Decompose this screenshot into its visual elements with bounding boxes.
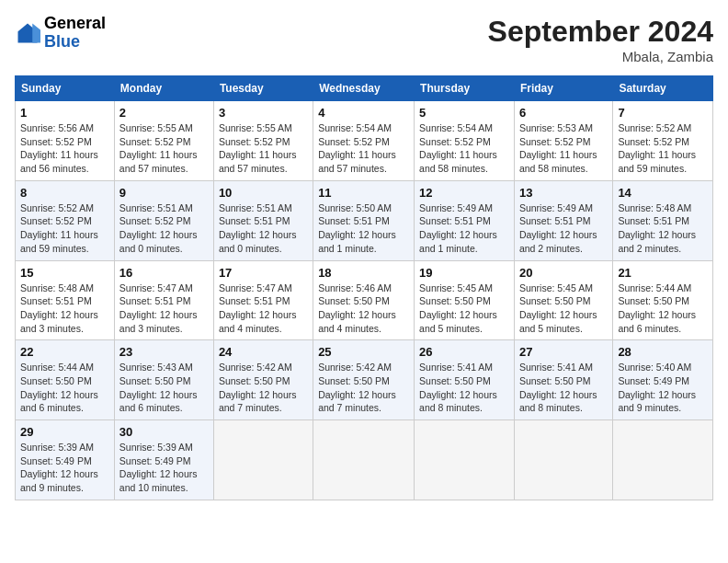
logo-blue: Blue	[44, 33, 106, 52]
day-info: Sunrise: 5:55 AM Sunset: 5:52 PM Dayligh…	[119, 121, 209, 176]
day-number: 24	[219, 345, 308, 359]
svg-marker-1	[32, 23, 40, 42]
col-tuesday: Tuesday	[213, 76, 313, 101]
day-number: 20	[519, 266, 608, 280]
col-wednesday: Wednesday	[313, 76, 415, 101]
day-info: Sunrise: 5:51 AM Sunset: 5:51 PM Dayligh…	[219, 201, 308, 256]
day-info: Sunrise: 5:46 AM Sunset: 5:50 PM Dayligh…	[318, 282, 409, 336]
day-info: Sunrise: 5:47 AM Sunset: 5:51 PM Dayligh…	[219, 282, 308, 336]
day-number: 19	[419, 266, 509, 280]
day-number: 26	[419, 345, 509, 359]
table-row: 12 Sunrise: 5:49 AM Sunset: 5:51 PM Dayl…	[415, 180, 515, 260]
table-row: 27 Sunrise: 5:41 AM Sunset: 5:50 PM Dayl…	[514, 340, 612, 420]
calendar-header-row: Sunday Monday Tuesday Wednesday Thursday…	[16, 76, 713, 101]
table-row: 28 Sunrise: 5:40 AM Sunset: 5:49 PM Dayl…	[613, 340, 713, 420]
table-row: 13 Sunrise: 5:49 AM Sunset: 5:51 PM Dayl…	[514, 180, 612, 260]
day-number: 30	[119, 425, 209, 439]
day-info: Sunrise: 5:52 AM Sunset: 5:52 PM Dayligh…	[20, 201, 109, 256]
day-number: 18	[318, 266, 409, 280]
day-number: 13	[519, 186, 608, 200]
day-number: 16	[119, 266, 209, 280]
day-info: Sunrise: 5:43 AM Sunset: 5:50 PM Dayligh…	[119, 361, 209, 415]
table-row: 17 Sunrise: 5:47 AM Sunset: 5:51 PM Dayl…	[213, 260, 313, 340]
table-row: 25 Sunrise: 5:42 AM Sunset: 5:50 PM Dayl…	[313, 340, 415, 420]
table-row: 14 Sunrise: 5:48 AM Sunset: 5:51 PM Dayl…	[613, 180, 713, 260]
day-number: 1	[20, 106, 109, 120]
day-number: 25	[318, 345, 409, 359]
day-number: 15	[20, 266, 109, 280]
calendar-row: 29 Sunrise: 5:39 AM Sunset: 5:49 PM Dayl…	[16, 420, 713, 500]
day-info: Sunrise: 5:42 AM Sunset: 5:50 PM Dayligh…	[219, 361, 308, 415]
table-row: 19 Sunrise: 5:45 AM Sunset: 5:50 PM Dayl…	[415, 260, 515, 340]
day-info: Sunrise: 5:55 AM Sunset: 5:52 PM Dayligh…	[219, 121, 308, 176]
table-row	[213, 420, 313, 500]
month-year: September 2024	[488, 15, 713, 49]
table-row: 26 Sunrise: 5:41 AM Sunset: 5:50 PM Dayl…	[415, 340, 515, 420]
table-row: 7 Sunrise: 5:52 AM Sunset: 5:52 PM Dayli…	[613, 101, 713, 181]
table-row: 11 Sunrise: 5:50 AM Sunset: 5:51 PM Dayl…	[313, 180, 415, 260]
day-number: 3	[219, 106, 308, 120]
day-number: 8	[20, 186, 109, 200]
day-info: Sunrise: 5:52 AM Sunset: 5:52 PM Dayligh…	[618, 121, 708, 176]
day-info: Sunrise: 5:51 AM Sunset: 5:52 PM Dayligh…	[119, 201, 209, 256]
day-info: Sunrise: 5:50 AM Sunset: 5:51 PM Dayligh…	[318, 201, 409, 256]
table-row: 9 Sunrise: 5:51 AM Sunset: 5:52 PM Dayli…	[114, 180, 213, 260]
day-number: 2	[119, 106, 209, 120]
col-saturday: Saturday	[613, 76, 713, 101]
title-section: September 2024 Mbala, Zambia	[488, 15, 713, 64]
col-friday: Friday	[514, 76, 612, 101]
day-info: Sunrise: 5:39 AM Sunset: 5:49 PM Dayligh…	[20, 441, 109, 495]
col-thursday: Thursday	[415, 76, 515, 101]
day-number: 5	[419, 106, 509, 120]
logo: General Blue	[15, 15, 106, 52]
table-row	[613, 420, 713, 500]
day-info: Sunrise: 5:53 AM Sunset: 5:52 PM Dayligh…	[519, 121, 608, 176]
day-number: 10	[219, 186, 308, 200]
table-row: 21 Sunrise: 5:44 AM Sunset: 5:50 PM Dayl…	[613, 260, 713, 340]
day-info: Sunrise: 5:45 AM Sunset: 5:50 PM Dayligh…	[519, 282, 608, 336]
table-row: 22 Sunrise: 5:44 AM Sunset: 5:50 PM Dayl…	[16, 340, 115, 420]
day-number: 12	[419, 186, 509, 200]
day-number: 9	[119, 186, 209, 200]
day-info: Sunrise: 5:39 AM Sunset: 5:49 PM Dayligh…	[119, 441, 209, 495]
day-info: Sunrise: 5:41 AM Sunset: 5:50 PM Dayligh…	[419, 361, 509, 415]
table-row: 23 Sunrise: 5:43 AM Sunset: 5:50 PM Dayl…	[114, 340, 213, 420]
day-info: Sunrise: 5:44 AM Sunset: 5:50 PM Dayligh…	[20, 361, 109, 415]
day-info: Sunrise: 5:40 AM Sunset: 5:49 PM Dayligh…	[618, 361, 708, 415]
table-row: 15 Sunrise: 5:48 AM Sunset: 5:51 PM Dayl…	[16, 260, 115, 340]
table-row: 6 Sunrise: 5:53 AM Sunset: 5:52 PM Dayli…	[514, 101, 612, 181]
col-monday: Monday	[114, 76, 213, 101]
table-row: 29 Sunrise: 5:39 AM Sunset: 5:49 PM Dayl…	[16, 420, 115, 500]
day-number: 27	[519, 345, 608, 359]
day-number: 14	[618, 186, 708, 200]
table-row: 24 Sunrise: 5:42 AM Sunset: 5:50 PM Dayl…	[213, 340, 313, 420]
table-row: 2 Sunrise: 5:55 AM Sunset: 5:52 PM Dayli…	[114, 101, 213, 181]
day-info: Sunrise: 5:48 AM Sunset: 5:51 PM Dayligh…	[618, 201, 708, 256]
day-number: 28	[618, 345, 708, 359]
day-info: Sunrise: 5:49 AM Sunset: 5:51 PM Dayligh…	[419, 201, 509, 256]
col-sunday: Sunday	[16, 76, 115, 101]
table-row: 3 Sunrise: 5:55 AM Sunset: 5:52 PM Dayli…	[213, 101, 313, 181]
table-row: 18 Sunrise: 5:46 AM Sunset: 5:50 PM Dayl…	[313, 260, 415, 340]
table-row: 20 Sunrise: 5:45 AM Sunset: 5:50 PM Dayl…	[514, 260, 612, 340]
calendar-row: 15 Sunrise: 5:48 AM Sunset: 5:51 PM Dayl…	[16, 260, 713, 340]
day-number: 29	[20, 425, 109, 439]
day-number: 17	[219, 266, 308, 280]
day-info: Sunrise: 5:48 AM Sunset: 5:51 PM Dayligh…	[20, 282, 109, 336]
table-row: 10 Sunrise: 5:51 AM Sunset: 5:51 PM Dayl…	[213, 180, 313, 260]
table-row: 5 Sunrise: 5:54 AM Sunset: 5:52 PM Dayli…	[415, 101, 515, 181]
day-info: Sunrise: 5:56 AM Sunset: 5:52 PM Dayligh…	[20, 121, 109, 176]
table-row	[313, 420, 415, 500]
calendar-table: Sunday Monday Tuesday Wednesday Thursday…	[15, 75, 713, 500]
day-info: Sunrise: 5:54 AM Sunset: 5:52 PM Dayligh…	[419, 121, 509, 176]
table-row: 8 Sunrise: 5:52 AM Sunset: 5:52 PM Dayli…	[16, 180, 115, 260]
day-info: Sunrise: 5:54 AM Sunset: 5:52 PM Dayligh…	[318, 121, 409, 176]
day-number: 23	[119, 345, 209, 359]
table-row: 4 Sunrise: 5:54 AM Sunset: 5:52 PM Dayli…	[313, 101, 415, 181]
table-row	[514, 420, 612, 500]
calendar-row: 1 Sunrise: 5:56 AM Sunset: 5:52 PM Dayli…	[16, 101, 713, 181]
day-number: 6	[519, 106, 608, 120]
calendar-row: 8 Sunrise: 5:52 AM Sunset: 5:52 PM Dayli…	[16, 180, 713, 260]
day-number: 11	[318, 186, 409, 200]
logo-general: General	[44, 15, 106, 33]
